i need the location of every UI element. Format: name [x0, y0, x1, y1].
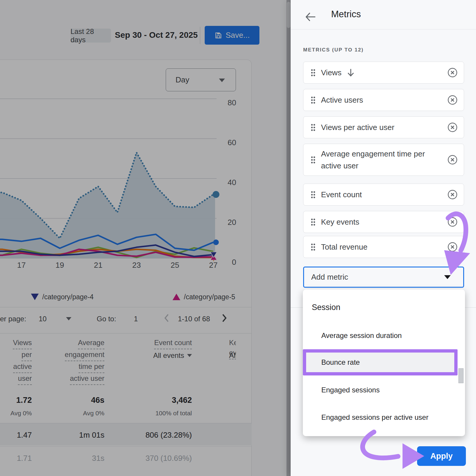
scrollbar-thumb[interactable]: [458, 368, 464, 383]
drag-handle-icon[interactable]: [311, 123, 316, 131]
dropdown-item-avg-session-duration[interactable]: Average session duration: [321, 331, 402, 340]
divider: [291, 29, 476, 29]
metric-label: Event count: [321, 190, 362, 199]
drag-handle-icon[interactable]: [311, 96, 316, 104]
dropdown-group-session: Session: [312, 303, 340, 312]
add-metric-select[interactable]: Add metric: [303, 267, 464, 288]
apply-button[interactable]: Apply: [417, 446, 466, 466]
modal-scrim[interactable]: [0, 0, 291, 476]
drag-handle-icon[interactable]: [311, 191, 316, 199]
metric-card-event-count[interactable]: Event count: [303, 184, 464, 206]
ga-screenshot: Last 28 days Sep 30 - Oct 27, 2025 Save.…: [0, 0, 476, 476]
drag-handle-icon[interactable]: [311, 156, 316, 164]
dropdown-item-engaged-sessions[interactable]: Engaged sessions: [321, 386, 380, 394]
dropdown-item-engaged-sessions-per-active-user[interactable]: Engaged sessions per active user: [321, 413, 428, 422]
add-metric-placeholder: Add metric: [311, 273, 348, 282]
metric-card-active-users[interactable]: Active users: [303, 89, 464, 111]
drag-handle-icon[interactable]: [311, 69, 316, 77]
report-area: Last 28 days Sep 30 - Oct 27, 2025 Save.…: [0, 0, 291, 476]
sort-descending-icon: [346, 68, 355, 77]
drag-handle-icon[interactable]: [311, 243, 316, 251]
metric-label: Views per active user: [321, 123, 394, 132]
remove-metric-icon[interactable]: [447, 67, 458, 78]
metric-card-avg-engagement-time[interactable]: Average engagement time per active user: [303, 144, 464, 176]
metric-label: Key events: [321, 217, 359, 227]
chevron-down-icon: [444, 275, 451, 279]
remove-metric-icon[interactable]: [447, 242, 458, 252]
metric-label: Total revenue: [321, 242, 367, 252]
metric-label: Active users: [321, 95, 363, 105]
remove-metric-icon[interactable]: [447, 122, 458, 133]
remove-metric-icon[interactable]: [447, 189, 458, 200]
metric-card-key-events[interactable]: Key events: [303, 211, 464, 233]
metric-card-views[interactable]: Views: [303, 62, 464, 84]
metric-label: Views: [321, 68, 342, 77]
remove-metric-icon[interactable]: [447, 95, 458, 105]
metric-card-total-revenue[interactable]: Total revenue: [303, 236, 464, 258]
metric-card-views-per-active-user[interactable]: Views per active user: [303, 116, 464, 138]
drag-handle-icon[interactable]: [311, 218, 316, 226]
remove-metric-icon[interactable]: [447, 217, 458, 227]
metrics-section-label: METRICS (UP TO 12): [303, 47, 364, 53]
dropdown-item-bounce-rate-highlighted[interactable]: Bounce rate: [303, 349, 458, 375]
panel-title: Metrics: [331, 9, 361, 20]
metric-label: Average engagement time per active user: [321, 148, 437, 172]
dropdown-item-label: Bounce rate: [321, 358, 360, 367]
remove-metric-icon[interactable]: [447, 154, 458, 165]
